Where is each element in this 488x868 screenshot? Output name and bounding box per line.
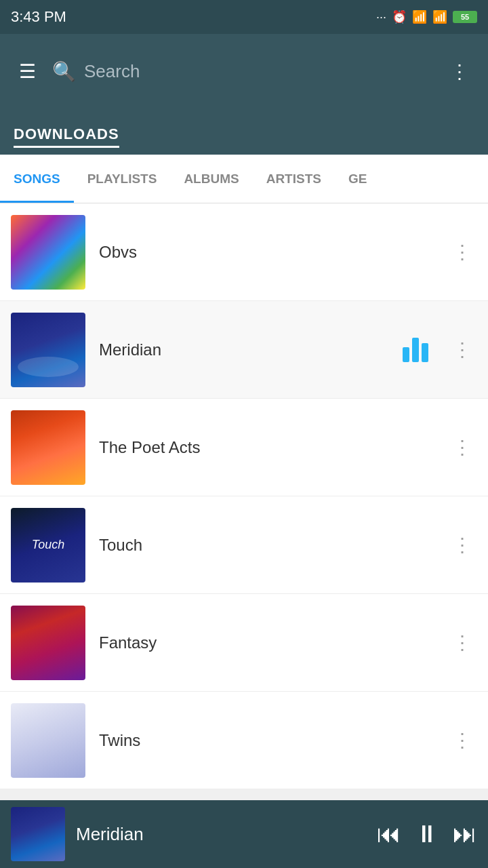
tab-albums[interactable]: ALBUMS: [170, 155, 252, 203]
alarm-icon: ⏰: [392, 9, 407, 24]
signal-icon: 📶: [412, 9, 427, 24]
now-playing-title: Meridian: [76, 824, 366, 845]
song-more-poet[interactable]: ⋮: [447, 431, 477, 464]
song-item-fantasy[interactable]: Fantasy ⋮: [0, 594, 488, 692]
song-item-poet[interactable]: The Poet Acts ⋮: [0, 399, 488, 496]
section-header: DOWNLOADS: [0, 108, 488, 155]
now-playing-bar: Meridian ⏮ ⏸ ⏭: [0, 800, 488, 868]
tab-genres[interactable]: GE: [335, 155, 380, 203]
battery-icon: 55: [453, 11, 477, 23]
section-title: DOWNLOADS: [14, 125, 119, 148]
search-placeholder: Search: [84, 61, 140, 82]
song-title-fantasy: Fantasy: [99, 633, 434, 652]
song-title-poet: The Poet Acts: [99, 438, 434, 457]
song-more-meridian[interactable]: ⋮: [447, 333, 477, 366]
prev-button[interactable]: ⏮: [377, 820, 401, 848]
eq-bar-1: [403, 347, 409, 362]
next-button[interactable]: ⏭: [453, 820, 477, 848]
song-title-twins: Twins: [99, 731, 434, 750]
song-item-obvs[interactable]: Obvs ⋮: [0, 203, 488, 301]
hamburger-icon[interactable]: ☰: [14, 55, 41, 88]
eq-bar-2: [412, 338, 419, 362]
tab-artists[interactable]: ARTISTS: [253, 155, 335, 203]
song-thumb-meridian: [11, 313, 85, 387]
search-icon: 🔍: [52, 60, 76, 83]
song-more-fantasy[interactable]: ⋮: [447, 626, 477, 659]
song-item-twins[interactable]: Twins ⋮: [0, 692, 488, 789]
status-bar: 3:43 PM ··· ⏰ 📶 📶 55: [0, 0, 488, 34]
search-bar[interactable]: 🔍 Search: [52, 60, 434, 83]
overflow-menu-icon[interactable]: ⋮: [445, 55, 474, 88]
status-icons: ··· ⏰ 📶 📶 55: [376, 9, 477, 24]
song-thumb-poet: [11, 410, 85, 485]
song-item-meridian[interactable]: Meridian ⋮: [0, 301, 488, 399]
song-title-touch: Touch: [99, 536, 434, 555]
song-title-meridian: Meridian: [99, 340, 389, 359]
song-thumb-obvs: [11, 215, 85, 290]
song-thumb-touch: Touch: [11, 508, 85, 583]
app-bar: ☰ 🔍 Search ⋮: [0, 34, 488, 108]
song-more-twins[interactable]: ⋮: [447, 724, 477, 757]
song-title-obvs: Obvs: [99, 243, 434, 262]
playing-indicator: [403, 338, 428, 362]
tab-playlists[interactable]: PLAYLISTS: [74, 155, 171, 203]
tabs: SONGS PLAYLISTS ALBUMS ARTISTS GE: [0, 155, 488, 203]
song-thumb-twins: [11, 703, 85, 778]
playback-controls: ⏮ ⏸ ⏭: [377, 820, 477, 848]
song-item-touch[interactable]: Touch Touch ⋮: [0, 496, 488, 594]
dots-icon: ···: [376, 10, 386, 24]
wifi-icon: 📶: [432, 9, 447, 24]
status-time: 3:43 PM: [11, 8, 66, 26]
pause-button[interactable]: ⏸: [415, 820, 439, 848]
song-thumb-fantasy: [11, 606, 85, 680]
song-more-obvs[interactable]: ⋮: [447, 235, 477, 269]
eq-bar-3: [422, 343, 428, 362]
tab-songs[interactable]: SONGS: [0, 155, 74, 203]
song-more-touch[interactable]: ⋮: [447, 528, 477, 561]
now-playing-thumb: [11, 807, 65, 861]
song-list: Obvs ⋮ Meridian ⋮ The Poet Acts ⋮ Touch …: [0, 203, 488, 789]
